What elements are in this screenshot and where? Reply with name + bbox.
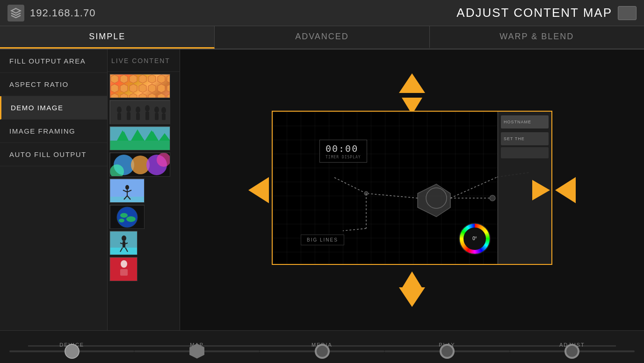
sidebar-item-auto-fill-output[interactable]: AUTO FILL OUTPUT — [0, 143, 107, 166]
arrow-left[interactable] — [248, 177, 269, 203]
sidebar-item-aspect-ratio[interactable]: ASPECT RATIO — [0, 73, 107, 96]
status-bar: DEVICE MAP MEDIA PLAY ADJUST — [0, 330, 644, 363]
svg-point-46 — [120, 213, 128, 218]
svg-point-48 — [119, 219, 124, 222]
svg-rect-19 — [110, 141, 170, 150]
logo-icon[interactable] — [7, 5, 24, 21]
status-section-media: MEDIA — [260, 342, 384, 352]
preview-container: 00:00 TIMER DISPLAY HOSTNAME SET THE BIG… — [248, 73, 576, 307]
page-title: ADJUST CONTENT MAP — [456, 6, 612, 20]
list-item[interactable] — [109, 231, 137, 255]
color-wheel: 0° — [459, 223, 491, 255]
header-right: ADJUST CONTENT MAP — [456, 6, 637, 20]
arrow-up-inner-bottom[interactable] — [402, 271, 422, 288]
ip-address: 192.168.1.70 — [30, 7, 95, 19]
panel-row-3 — [501, 147, 549, 158]
panel-row-1: HOSTNAME — [501, 115, 549, 128]
tab-simple[interactable]: SIMPLE — [0, 26, 215, 49]
tab-bar: SIMPLE ADVANCED WARP & BLEND — [0, 26, 644, 50]
thumbnail-panel — [108, 72, 180, 330]
list-item[interactable] — [109, 205, 145, 229]
main-content: FILL OUTPUT AREA ASPECT RATIO DEMO IMAGE… — [0, 50, 644, 330]
preview-frame: 00:00 TIMER DISPLAY HOSTNAME SET THE BIG… — [272, 111, 552, 265]
tab-advanced[interactable]: ADVANCED — [215, 26, 429, 49]
tab-warp-blend[interactable]: WARP & BLEND — [430, 26, 644, 49]
svg-point-33 — [157, 153, 170, 167]
status-thumb-media[interactable] — [315, 344, 330, 359]
status-thumb-device[interactable] — [65, 344, 80, 359]
sidebar-item-fill-output-area[interactable]: FILL OUTPUT AREA — [0, 50, 107, 73]
status-track-map[interactable] — [134, 350, 259, 352]
svg-rect-16 — [110, 100, 170, 124]
svg-point-37 — [125, 185, 129, 190]
status-section-adjust: ADJUST — [510, 342, 635, 352]
status-thumb-adjust[interactable] — [564, 344, 579, 359]
svg-point-47 — [126, 216, 136, 222]
header-left: 192.168.1.70 — [7, 5, 95, 21]
arrow-right-inner[interactable] — [532, 180, 550, 200]
svg-rect-63 — [120, 269, 128, 276]
sidebar-item-image-framing[interactable]: IMAGE FRAMING — [0, 120, 107, 143]
list-item[interactable] — [109, 126, 170, 150]
header-action-button[interactable] — [618, 6, 637, 20]
status-track-device[interactable] — [9, 350, 134, 352]
status-section-map: MAP — [134, 342, 259, 352]
status-track-play[interactable] — [384, 350, 509, 352]
status-thumb-play[interactable] — [440, 344, 455, 359]
color-wheel-label: 0° — [463, 228, 486, 250]
arrow-up-outer[interactable] — [399, 73, 425, 93]
list-item[interactable] — [109, 100, 170, 124]
svg-rect-52 — [110, 248, 137, 255]
status-section-device: DEVICE — [9, 342, 134, 352]
list-item[interactable] — [109, 74, 170, 98]
arrow-down-outer[interactable] — [399, 287, 425, 307]
status-track-adjust[interactable] — [510, 350, 635, 352]
svg-point-61 — [121, 260, 127, 268]
live-content-label: LIVE CONTENT — [111, 57, 170, 64]
sidebar: FILL OUTPUT AREA ASPECT RATIO DEMO IMAGE… — [0, 50, 108, 330]
arrow-right-outer[interactable] — [555, 177, 576, 203]
sidebar-item-demo-image[interactable]: DEMO IMAGE — [0, 96, 107, 120]
bottom-text-panel: BIG LINES — [301, 235, 344, 245]
timer-display: 00:00 TIMER DISPLAY — [319, 140, 367, 163]
status-track-media[interactable] — [260, 350, 384, 352]
content-area: 00:00 TIMER DISPLAY HOSTNAME SET THE BIG… — [180, 50, 644, 330]
panel-row-2: SET THE — [501, 132, 549, 145]
svg-point-53 — [122, 235, 126, 241]
list-item[interactable] — [109, 257, 137, 281]
svg-rect-36 — [110, 197, 145, 203]
list-item[interactable] — [109, 152, 170, 177]
list-item[interactable] — [109, 178, 145, 203]
header: 192.168.1.70 ADJUST CONTENT MAP — [0, 0, 644, 26]
svg-rect-0 — [110, 74, 170, 98]
status-section-play: PLAY — [384, 342, 509, 352]
